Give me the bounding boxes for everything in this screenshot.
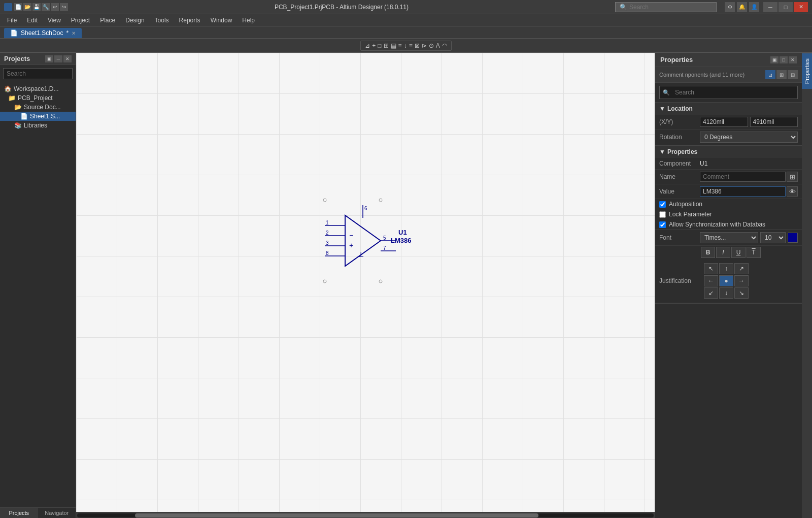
document-tab[interactable]: 📄 Sheet1.SchDoc * ✕: [4, 28, 82, 38]
menu-tools[interactable]: Tools: [150, 16, 174, 25]
just-bot-right[interactable]: ↘: [734, 287, 749, 299]
rotation-select[interactable]: 0 Degrees: [700, 132, 798, 143]
allowsync-label[interactable]: Allow Synchronization with Databas: [669, 221, 765, 228]
scroll-thumb[interactable]: [135, 513, 538, 517]
tool-align[interactable]: ⊞: [384, 42, 389, 49]
menu-place[interactable]: Place: [95, 16, 120, 25]
tool-add[interactable]: +: [372, 42, 376, 49]
value-visibility-btn[interactable]: 👁: [787, 186, 798, 197]
left-panel-header: Projects ▣ ─ ✕: [0, 53, 76, 65]
footer-tab-projects[interactable]: Projects: [0, 508, 38, 518]
right-panel-close-btn[interactable]: ✕: [789, 56, 797, 63]
tree-sheet1[interactable]: 📄 Sheet1.S...: [0, 112, 76, 121]
source-doc-icon: 📂: [14, 104, 22, 111]
font-color-picker[interactable]: [788, 233, 798, 243]
menu-project[interactable]: Project: [66, 16, 95, 25]
titlebar-icon-open[interactable]: 📂: [23, 3, 31, 11]
tree-source-label: Source Doc...: [24, 104, 61, 111]
menu-design[interactable]: Design: [120, 16, 149, 25]
left-search-input[interactable]: [3, 68, 73, 79]
tool-menu[interactable]: ≡: [409, 42, 413, 49]
tree-libraries[interactable]: 📚 Libraries: [0, 121, 76, 130]
left-panel-minimize-btn[interactable]: ─: [54, 55, 62, 62]
tab-close-icon[interactable]: ✕: [72, 30, 76, 36]
just-mid-center[interactable]: ●: [719, 275, 733, 286]
titlebar-icon-redo[interactable]: ↪: [60, 3, 68, 11]
tool-list[interactable]: ≡: [398, 42, 402, 49]
strikethrough-button[interactable]: T: [747, 247, 761, 258]
maximize-button[interactable]: □: [779, 2, 793, 12]
properties-section-header[interactable]: ▼ Properties: [655, 146, 802, 158]
font-size-select[interactable]: 10: [760, 232, 786, 243]
tree-pcb-project[interactable]: 📁 PCB_Project: [0, 93, 76, 103]
tree-workspace[interactable]: 🏠 Workspace1.D...: [0, 84, 76, 93]
y-input[interactable]: [750, 117, 798, 127]
just-top-left[interactable]: ↖: [704, 263, 718, 274]
just-mid-left[interactable]: ←: [704, 275, 718, 286]
sidebar-tab-properties[interactable]: Properties: [802, 53, 812, 89]
canvas-area[interactable]: − + ⊥ 1 2 3 5 6 7 8 U1 LM386: [76, 53, 655, 518]
toolbar-wrapper: 📄 Sheet1.SchDoc * ✕ ⊿ + □ ⊞ ▤ ≡ ↓ ≡ ⊠ ⊳ …: [0, 26, 812, 53]
minimize-button[interactable]: ─: [763, 2, 777, 12]
name-copy-btn[interactable]: ⊞: [787, 172, 798, 182]
filter-active-btn[interactable]: ⊿: [765, 70, 775, 79]
right-panel-float-btn[interactable]: ▣: [770, 56, 779, 63]
tool-cross[interactable]: ⊠: [415, 42, 420, 49]
allowsync-checkbox[interactable]: [659, 221, 666, 228]
menu-view[interactable]: View: [43, 16, 66, 25]
lockparam-checkbox[interactable]: [659, 211, 666, 218]
filter-paste-btn[interactable]: ⊟: [788, 70, 798, 79]
underline-button[interactable]: U: [731, 247, 746, 258]
tool-text[interactable]: A: [436, 42, 440, 49]
user-icon[interactable]: 👤: [749, 2, 759, 12]
svg-text:+: +: [349, 241, 353, 249]
tree-source-doc[interactable]: 📂 Source Doc...: [0, 103, 76, 112]
titlebar-search[interactable]: 🔍: [615, 2, 717, 12]
x-input[interactable]: [700, 117, 748, 127]
font-family-select[interactable]: Times...: [700, 232, 758, 243]
settings-icon[interactable]: ⚙: [725, 2, 735, 12]
just-bot-center[interactable]: ↓: [719, 287, 733, 299]
location-section-header[interactable]: ▼ Location: [655, 103, 802, 115]
footer-tab-navigator[interactable]: Navigator: [38, 508, 76, 518]
menu-reports[interactable]: Reports: [174, 16, 206, 25]
autoposition-checkbox[interactable]: [659, 201, 666, 208]
schematic-component[interactable]: − + ⊥ 1 2 3 5 6 7 8 U1 LM386: [320, 195, 447, 298]
name-input[interactable]: [700, 172, 786, 182]
left-panel-float-btn[interactable]: ▣: [45, 55, 53, 62]
menu-file[interactable]: File: [2, 16, 22, 25]
titlebar-icon-vcs[interactable]: 🔧: [42, 3, 50, 11]
filter-copy-btn[interactable]: ⊞: [776, 70, 787, 79]
just-top-right[interactable]: ↗: [734, 263, 749, 274]
value-input[interactable]: [700, 186, 786, 197]
titlebar-icon-undo[interactable]: ↩: [51, 3, 59, 11]
titlebar-icon-new[interactable]: 📄: [14, 3, 22, 11]
notification-icon[interactable]: 🔔: [737, 2, 747, 12]
titlebar-search-input[interactable]: [629, 4, 710, 11]
right-search-input[interactable]: [672, 87, 794, 98]
tool-filter[interactable]: ⊿: [365, 42, 370, 49]
canvas-scrollbar[interactable]: [76, 512, 655, 518]
close-button[interactable]: ✕: [794, 2, 808, 12]
right-panel-title: Properties: [660, 56, 693, 63]
autoposition-label[interactable]: Autoposition: [669, 201, 702, 208]
left-panel-close-btn[interactable]: ✕: [63, 55, 72, 62]
just-top-center[interactable]: ↑: [719, 263, 733, 274]
tool-table[interactable]: ▤: [391, 42, 396, 49]
menu-edit[interactable]: Edit: [22, 16, 43, 25]
tool-play[interactable]: ⊳: [422, 42, 427, 49]
tab-bar: 📄 Sheet1.SchDoc * ✕: [0, 26, 812, 39]
right-panel-restore-btn[interactable]: □: [780, 56, 788, 63]
tool-down[interactable]: ↓: [404, 42, 407, 49]
just-mid-right[interactable]: →: [734, 275, 749, 286]
lockparam-label[interactable]: Lock Parameter: [669, 211, 712, 218]
just-bot-left[interactable]: ↙: [704, 287, 718, 299]
tool-arc[interactable]: ◠: [442, 42, 447, 49]
bold-button[interactable]: B: [701, 247, 715, 258]
italic-button[interactable]: I: [716, 247, 730, 258]
tool-circle[interactable]: ⊙: [429, 42, 434, 49]
menu-window[interactable]: Window: [206, 16, 238, 25]
tool-rect[interactable]: □: [378, 42, 381, 49]
titlebar-icon-save[interactable]: 💾: [32, 3, 41, 11]
menu-help[interactable]: Help: [237, 16, 260, 25]
